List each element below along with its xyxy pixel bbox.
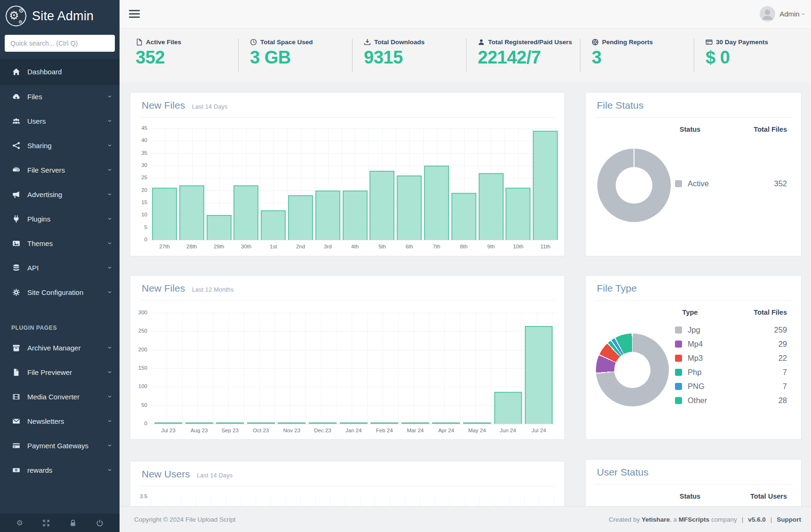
- bar-Apr 24: [432, 422, 460, 424]
- bar-Feb 24: [370, 422, 398, 424]
- sidebar-item-payment-gateways[interactable]: Payment Gateways: [0, 434, 120, 458]
- menu-toggle-button[interactable]: [129, 10, 140, 20]
- sidebar-item-media-converter[interactable]: Media Converter: [0, 385, 120, 409]
- home-icon: [10, 68, 22, 76]
- new-files-14-days-panel: New Files Last 14 Days 05101520253035404…: [130, 92, 565, 256]
- sidebar-item-rewards[interactable]: rewards: [0, 458, 120, 483]
- chevron-down-icon: [107, 469, 113, 471]
- legend-swatch: [675, 341, 682, 348]
- x-axis-tick: 3rd: [315, 244, 340, 249]
- chevron-down-icon: [107, 169, 113, 171]
- chevron-down-icon: [107, 218, 113, 220]
- search-input[interactable]: [5, 35, 115, 52]
- page-footer: Copyright © 2024 File Upload Script Crea…: [120, 506, 811, 532]
- file-type-panel: File Type Type Total Files Jpg 259 Mp4 2…: [585, 275, 802, 440]
- app-logo[interactable]: ⚙⚙⚙ Site Admin: [0, 0, 120, 31]
- x-axis-tick: 30th: [233, 244, 258, 249]
- expand-icon[interactable]: [42, 519, 50, 527]
- stat-pending-reports: Pending Reports 3: [580, 39, 694, 72]
- plugin-pages-section-label: PLUGIN PAGES: [0, 305, 120, 336]
- mfscripts-link[interactable]: MFScripts: [679, 516, 709, 523]
- chevron-down-icon: [107, 291, 113, 294]
- sidebar-item-sharing[interactable]: Sharing: [0, 134, 120, 158]
- bar-6th: [397, 175, 422, 240]
- x-axis-tick: 8th: [451, 244, 476, 249]
- panel-subtitle: Last 14 Days: [192, 103, 228, 110]
- cloud-upload-icon: [10, 93, 22, 101]
- users-icon: [10, 117, 22, 125]
- credit-card-icon: [10, 442, 22, 450]
- legend-swatch: [675, 326, 682, 333]
- file-type-donut-chart: [596, 333, 669, 406]
- x-axis-tick: May 24: [463, 428, 491, 433]
- chevron-down-icon: [107, 445, 113, 447]
- x-axis-tick: Nov 23: [278, 428, 305, 433]
- x-axis-tick: 5th: [369, 244, 394, 249]
- copyright-text: Copyright © 2024 File Upload Script: [134, 516, 236, 523]
- sidebar-item-file-previewer[interactable]: File Previewer: [0, 360, 120, 385]
- x-axis-tick: Jan 24: [340, 428, 368, 433]
- life-ring-icon: [592, 39, 599, 46]
- avatar: [760, 6, 775, 22]
- sidebar-item-site-configuration[interactable]: Site Configuration: [0, 280, 120, 305]
- sidebar-item-archive-manager[interactable]: Archive Manager: [0, 336, 120, 360]
- yetishare-link[interactable]: Yetishare: [642, 516, 670, 523]
- column-header-total-files: Total Files: [754, 126, 787, 133]
- stats-bar: Active Files 352 Total Space Used 3 GB T…: [120, 28, 811, 82]
- panel-subtitle: Last 12 Months: [192, 286, 234, 293]
- sidebar-item-newsletters[interactable]: Newsletters: [0, 409, 120, 434]
- legend-swatch: [675, 397, 682, 404]
- sidebar-item-files[interactable]: Files: [0, 85, 120, 109]
- legend-row-active: Active 352: [675, 179, 787, 188]
- admin-label: Admin: [779, 10, 800, 18]
- bar-30th: [233, 185, 258, 240]
- column-header-total-users: Total Users: [750, 492, 787, 500]
- x-axis-tick: 2nd: [288, 244, 313, 249]
- sidebar-item-users[interactable]: Users: [0, 109, 120, 134]
- support-link[interactable]: Support: [777, 516, 801, 523]
- bar-10th: [506, 188, 530, 240]
- sidebar-item-dashboard[interactable]: Dashboard: [0, 59, 120, 85]
- sidebar-item-file-servers[interactable]: File Servers: [0, 158, 120, 183]
- x-axis-tick: 6th: [397, 244, 422, 249]
- chevron-down-icon: [107, 396, 113, 398]
- column-header-status: Status: [675, 492, 705, 500]
- user-status-legend: Status Total Users: [675, 492, 787, 500]
- sidebar: ⚙⚙⚙ Site Admin Dashboard Files Users Sha…: [0, 0, 120, 532]
- bar-Jul 24: [525, 326, 553, 424]
- stat-total-registered-paid-users: Total Registered/Paid Users 22142/7: [466, 39, 580, 72]
- column-header-type: Type: [675, 309, 705, 316]
- gear-icon[interactable]: ⚙: [16, 519, 23, 527]
- bar-9th: [479, 173, 504, 240]
- chevron-down-icon: [801, 13, 806, 15]
- sidebar-item-advertising[interactable]: Advertising: [0, 183, 120, 207]
- bar-Dec 23: [309, 422, 337, 424]
- x-axis-tick: 29th: [207, 244, 232, 249]
- stat-value: 352: [136, 48, 238, 68]
- stat-value: $ 0: [706, 48, 808, 68]
- legend-swatch: [675, 180, 682, 187]
- chevron-down-icon: [107, 347, 113, 349]
- bar-5th: [369, 171, 394, 240]
- admin-dropdown[interactable]: Admin: [760, 6, 804, 22]
- sidebar-item-plugins[interactable]: Plugins: [0, 207, 120, 231]
- x-axis-tick: Feb 24: [370, 428, 398, 433]
- file-type-legend: Type Total Files Jpg 259 Mp4 29 Mp3 22: [675, 309, 787, 410]
- x-axis-tick: Mar 24: [401, 428, 429, 433]
- bar-11th: [533, 131, 558, 240]
- column-header-status: Status: [675, 126, 705, 133]
- power-icon[interactable]: [96, 519, 104, 527]
- new-files-14-days-chart: 05101520253035404527th28th29th30th1st2nd…: [151, 128, 557, 240]
- lock-icon[interactable]: [69, 519, 77, 527]
- bar-May 24: [463, 422, 491, 424]
- main-area: Admin Active Files 352 Total Space Used …: [120, 0, 811, 532]
- bar-Sep 23: [216, 422, 244, 424]
- sidebar-item-themes[interactable]: Themes: [0, 231, 120, 256]
- bar-29th: [207, 215, 232, 240]
- bar-7th: [424, 166, 449, 240]
- sidebar-item-api[interactable]: API: [0, 256, 120, 280]
- chevron-down-icon: [107, 193, 113, 196]
- x-axis-tick: 1st: [261, 244, 286, 249]
- x-axis-tick: 27th: [152, 244, 177, 249]
- panel-title: User Status: [597, 467, 649, 477]
